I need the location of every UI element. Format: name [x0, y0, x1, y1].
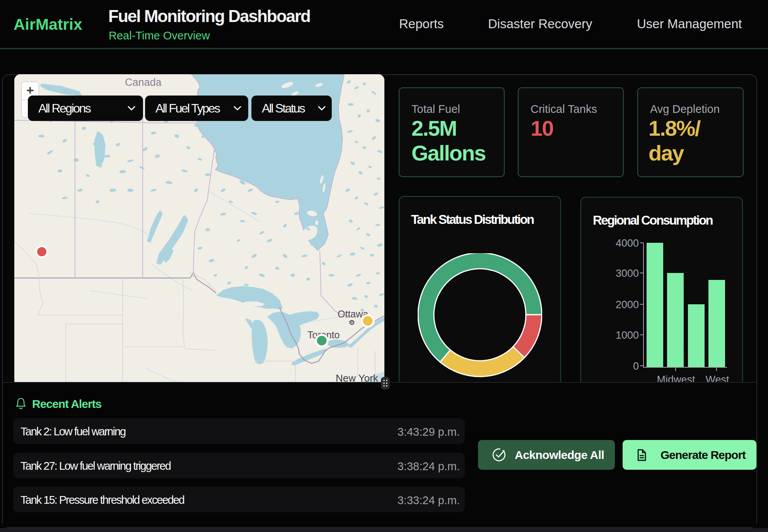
svg-text:2000: 2000 [616, 299, 639, 310]
svg-text:0: 0 [633, 360, 639, 372]
svg-text:New York: New York [336, 372, 379, 382]
svg-text:4000: 4000 [616, 237, 639, 249]
svg-text:1000: 1000 [616, 329, 639, 341]
svg-text:West: West [705, 374, 729, 383]
svg-text:Midwest: Midwest [657, 374, 695, 383]
svg-text:3000: 3000 [616, 268, 639, 279]
svg-text:Canada: Canada [125, 77, 162, 88]
